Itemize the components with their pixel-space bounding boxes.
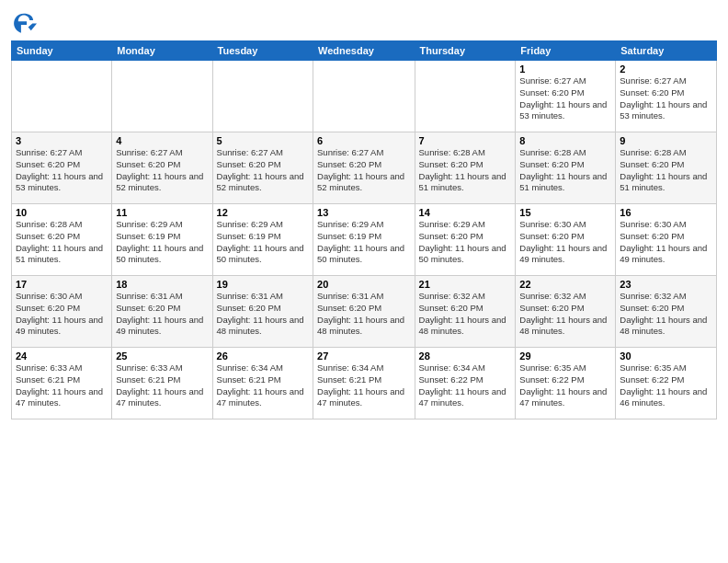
calendar-cell [112,61,212,132]
weekday-header-friday: Friday [516,41,616,61]
calendar-cell: 22Sunrise: 6:32 AM Sunset: 6:20 PM Dayli… [516,276,616,348]
day-number: 8 [519,135,611,146]
calendar-cell: 27Sunrise: 6:34 AM Sunset: 6:21 PM Dayli… [313,348,415,419]
weekday-header-row: SundayMondayTuesdayWednesdayThursdayFrid… [12,41,717,61]
day-number: 12 [217,207,309,218]
day-number: 28 [419,350,512,362]
day-number: 23 [620,279,712,290]
day-number: 21 [419,279,512,290]
day-number: 9 [620,135,712,146]
calendar-cell: 30Sunrise: 6:35 AM Sunset: 6:22 PM Dayli… [616,348,717,419]
weekday-header-tuesday: Tuesday [212,41,313,61]
day-number: 1 [519,63,611,75]
calendar-cell: 8Sunrise: 6:28 AM Sunset: 6:20 PM Daylig… [516,132,616,204]
calendar-cell: 7Sunrise: 6:28 AM Sunset: 6:20 PM Daylig… [415,132,516,204]
weekday-header-monday: Monday [112,41,212,61]
logo-icon [11,9,37,35]
weekday-header-sunday: Sunday [12,41,112,61]
calendar-cell: 6Sunrise: 6:27 AM Sunset: 6:20 PM Daylig… [313,132,415,204]
calendar-cell: 4Sunrise: 6:27 AM Sunset: 6:20 PM Daylig… [112,132,212,204]
day-info: Sunrise: 6:28 AM Sunset: 6:20 PM Dayligh… [620,147,712,194]
week-row-0: 1Sunrise: 6:27 AM Sunset: 6:20 PM Daylig… [12,61,717,132]
day-number: 10 [16,207,108,218]
calendar-cell: 9Sunrise: 6:28 AM Sunset: 6:20 PM Daylig… [616,132,717,204]
calendar-cell [212,61,313,132]
calendar-cell: 12Sunrise: 6:29 AM Sunset: 6:19 PM Dayli… [212,204,313,276]
day-number: 16 [620,207,712,218]
logo [11,9,40,35]
day-info: Sunrise: 6:29 AM Sunset: 6:19 PM Dayligh… [217,219,309,266]
day-number: 26 [217,350,309,362]
calendar-cell: 16Sunrise: 6:30 AM Sunset: 6:20 PM Dayli… [616,204,717,276]
calendar-cell: 20Sunrise: 6:31 AM Sunset: 6:20 PM Dayli… [313,276,415,348]
day-info: Sunrise: 6:31 AM Sunset: 6:20 PM Dayligh… [217,291,309,338]
header [11,9,717,35]
calendar-cell: 25Sunrise: 6:33 AM Sunset: 6:21 PM Dayli… [112,348,212,419]
day-info: Sunrise: 6:33 AM Sunset: 6:21 PM Dayligh… [16,362,108,409]
day-info: Sunrise: 6:35 AM Sunset: 6:22 PM Dayligh… [519,362,611,409]
day-info: Sunrise: 6:32 AM Sunset: 6:20 PM Dayligh… [519,291,611,338]
day-number: 11 [116,207,208,218]
day-info: Sunrise: 6:29 AM Sunset: 6:20 PM Dayligh… [419,219,512,266]
day-number: 6 [317,135,411,146]
calendar-cell: 5Sunrise: 6:27 AM Sunset: 6:20 PM Daylig… [212,132,313,204]
day-number: 20 [317,279,411,290]
day-number: 13 [317,207,411,218]
day-number: 22 [519,279,611,290]
day-info: Sunrise: 6:30 AM Sunset: 6:20 PM Dayligh… [519,219,611,266]
day-info: Sunrise: 6:27 AM Sunset: 6:20 PM Dayligh… [217,147,309,194]
day-info: Sunrise: 6:30 AM Sunset: 6:20 PM Dayligh… [16,291,108,338]
calendar-cell: 2Sunrise: 6:27 AM Sunset: 6:20 PM Daylig… [616,61,717,132]
day-number: 15 [519,207,611,218]
page: SundayMondayTuesdayWednesdayThursdayFrid… [0,0,728,563]
week-row-4: 24Sunrise: 6:33 AM Sunset: 6:21 PM Dayli… [12,348,717,419]
day-info: Sunrise: 6:34 AM Sunset: 6:21 PM Dayligh… [217,362,309,409]
calendar-cell: 18Sunrise: 6:31 AM Sunset: 6:20 PM Dayli… [112,276,212,348]
calendar-cell: 11Sunrise: 6:29 AM Sunset: 6:19 PM Dayli… [112,204,212,276]
day-info: Sunrise: 6:34 AM Sunset: 6:22 PM Dayligh… [419,362,512,409]
day-number: 24 [16,350,108,362]
calendar-cell: 29Sunrise: 6:35 AM Sunset: 6:22 PM Dayli… [516,348,616,419]
weekday-header-thursday: Thursday [415,41,516,61]
day-info: Sunrise: 6:35 AM Sunset: 6:22 PM Dayligh… [620,362,712,409]
calendar-cell [313,61,415,132]
weekday-header-wednesday: Wednesday [313,41,415,61]
day-number: 2 [620,63,712,75]
calendar-cell: 15Sunrise: 6:30 AM Sunset: 6:20 PM Dayli… [516,204,616,276]
day-info: Sunrise: 6:32 AM Sunset: 6:20 PM Dayligh… [620,291,712,338]
calendar-cell: 14Sunrise: 6:29 AM Sunset: 6:20 PM Dayli… [415,204,516,276]
day-number: 29 [519,350,611,362]
day-number: 5 [217,135,309,146]
day-info: Sunrise: 6:31 AM Sunset: 6:20 PM Dayligh… [317,291,411,338]
calendar-cell: 10Sunrise: 6:28 AM Sunset: 6:20 PM Dayli… [12,204,112,276]
day-number: 14 [419,207,512,218]
day-number: 30 [620,350,712,362]
calendar-cell: 17Sunrise: 6:30 AM Sunset: 6:20 PM Dayli… [12,276,112,348]
day-info: Sunrise: 6:27 AM Sunset: 6:20 PM Dayligh… [16,147,108,194]
week-row-2: 10Sunrise: 6:28 AM Sunset: 6:20 PM Dayli… [12,204,717,276]
calendar-cell: 3Sunrise: 6:27 AM Sunset: 6:20 PM Daylig… [12,132,112,204]
day-number: 17 [16,279,108,290]
calendar-cell [12,61,112,132]
day-info: Sunrise: 6:28 AM Sunset: 6:20 PM Dayligh… [419,147,512,194]
day-info: Sunrise: 6:27 AM Sunset: 6:20 PM Dayligh… [620,75,712,122]
calendar-cell: 28Sunrise: 6:34 AM Sunset: 6:22 PM Dayli… [415,348,516,419]
day-info: Sunrise: 6:27 AM Sunset: 6:20 PM Dayligh… [116,147,208,194]
day-info: Sunrise: 6:32 AM Sunset: 6:20 PM Dayligh… [419,291,512,338]
week-row-3: 17Sunrise: 6:30 AM Sunset: 6:20 PM Dayli… [12,276,717,348]
day-number: 18 [116,279,208,290]
calendar-cell: 1Sunrise: 6:27 AM Sunset: 6:20 PM Daylig… [516,61,616,132]
day-info: Sunrise: 6:29 AM Sunset: 6:19 PM Dayligh… [116,219,208,266]
calendar-cell: 26Sunrise: 6:34 AM Sunset: 6:21 PM Dayli… [212,348,313,419]
day-info: Sunrise: 6:28 AM Sunset: 6:20 PM Dayligh… [519,147,611,194]
day-info: Sunrise: 6:27 AM Sunset: 6:20 PM Dayligh… [317,147,411,194]
weekday-header-saturday: Saturday [616,41,717,61]
week-row-1: 3Sunrise: 6:27 AM Sunset: 6:20 PM Daylig… [12,132,717,204]
calendar-cell: 21Sunrise: 6:32 AM Sunset: 6:20 PM Dayli… [415,276,516,348]
day-info: Sunrise: 6:31 AM Sunset: 6:20 PM Dayligh… [116,291,208,338]
day-info: Sunrise: 6:30 AM Sunset: 6:20 PM Dayligh… [620,219,712,266]
calendar-cell: 13Sunrise: 6:29 AM Sunset: 6:19 PM Dayli… [313,204,415,276]
day-info: Sunrise: 6:29 AM Sunset: 6:19 PM Dayligh… [317,219,411,266]
day-number: 27 [317,350,411,362]
day-info: Sunrise: 6:27 AM Sunset: 6:20 PM Dayligh… [519,75,611,122]
